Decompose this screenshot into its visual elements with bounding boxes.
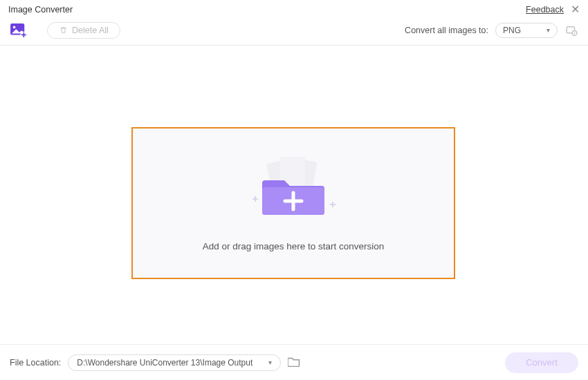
close-icon[interactable]: ✕ xyxy=(571,4,580,15)
add-image-button[interactable] xyxy=(10,23,28,38)
delete-all-button[interactable]: Delete All xyxy=(47,22,120,39)
titlebar: Image Converter Feedback ✕ xyxy=(0,0,588,19)
folder-add-icon xyxy=(241,155,345,222)
convert-all-label: Convert all images to: xyxy=(405,26,488,35)
app-title: Image Converter xyxy=(8,5,73,15)
file-location-value: D:\Wondershare UniConverter 13\Image Out… xyxy=(77,358,252,368)
output-format-value: PNG xyxy=(503,26,521,35)
svg-point-1 xyxy=(13,26,16,28)
output-format-select[interactable]: PNG ▾ xyxy=(495,23,558,38)
convert-label: Convert xyxy=(526,357,558,368)
trash-icon xyxy=(59,26,68,35)
chevron-down-icon: ▾ xyxy=(546,26,550,34)
convert-button[interactable]: Convert xyxy=(505,352,578,373)
output-settings-button[interactable] xyxy=(564,23,578,37)
footer: File Location: D:\Wondershare UniConvert… xyxy=(0,344,588,380)
file-location-label: File Location: xyxy=(10,358,61,368)
dropzone[interactable]: Add or drag images here to start convers… xyxy=(131,127,455,279)
feedback-link[interactable]: Feedback xyxy=(526,5,564,15)
toolbar: Delete All Convert all images to: PNG ▾ xyxy=(0,19,588,46)
dropzone-hint: Add or drag images here to start convers… xyxy=(203,241,385,251)
chevron-down-icon: ▾ xyxy=(268,359,272,366)
delete-all-label: Delete All xyxy=(72,26,109,35)
svg-point-5 xyxy=(574,32,576,33)
open-folder-button[interactable] xyxy=(288,356,300,369)
file-location-select[interactable]: D:\Wondershare UniConverter 13\Image Out… xyxy=(68,354,281,371)
main-area: Add or drag images here to start convers… xyxy=(0,46,588,344)
